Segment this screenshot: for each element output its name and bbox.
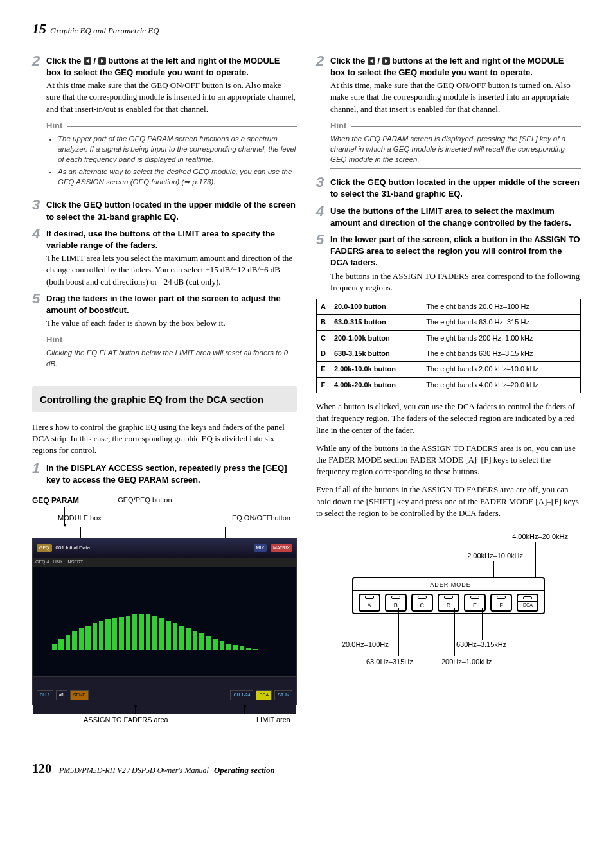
fader-key-d: D bbox=[438, 594, 459, 612]
content-columns: 2 Click the / buttons at the left and ri… bbox=[32, 55, 581, 734]
label-a: 20.0Hz–100Hz bbox=[342, 640, 389, 650]
label-e: 2.00kHz–10.0kHz bbox=[467, 551, 523, 561]
hint-text: When the GEQ PARAM screen is displayed, … bbox=[330, 134, 581, 164]
row-button: 200-1.00k button bbox=[330, 330, 422, 346]
fader-key-a: A bbox=[359, 594, 380, 612]
step-number-2: 2 bbox=[32, 54, 46, 115]
chapter-title: Graphic EQ and Parametric EQ bbox=[50, 25, 159, 37]
footer-section: Operating section bbox=[214, 765, 275, 776]
label-assign-area: ASSIGN TO FADERS area bbox=[84, 715, 168, 725]
left-step5-title: Drag the faders in the lower part of the… bbox=[46, 293, 297, 316]
row-button: 63.0-315 button bbox=[330, 315, 422, 330]
right-step2-text: At this time, make sure that the GEQ ON/… bbox=[330, 80, 581, 115]
footer-manual: PM5D/PM5D-RH V2 / DSP5D Owner's Manual bbox=[59, 765, 209, 776]
left-step-3: 3 Click the GEQ button located in the up… bbox=[32, 199, 297, 222]
table-row: D630-3.15k buttonThe eight bands 630 Hz–… bbox=[317, 346, 581, 362]
right-step-5: 5 In the lower part of the screen, click… bbox=[316, 234, 581, 294]
step-number-5: 5 bbox=[316, 233, 330, 294]
row-key: D bbox=[317, 346, 330, 362]
table-row: B63.0-315 buttonThe eight bands 63.0 Hz–… bbox=[317, 315, 581, 330]
hint-label: Hint bbox=[330, 120, 581, 132]
page-header: 15 Graphic EQ and Parametric EQ bbox=[32, 19, 581, 42]
text: Click the bbox=[46, 56, 84, 66]
right-step5-title: In the lower part of the screen, click a… bbox=[330, 234, 581, 269]
row-key: C bbox=[317, 330, 330, 346]
left-step5-text: The value of each fader is shown by the … bbox=[46, 317, 297, 329]
row-desc: The eight bands 200 Hz–1.00 kHz bbox=[422, 330, 581, 346]
text: / bbox=[91, 56, 98, 66]
label-b: 63.0Hz–315Hz bbox=[366, 657, 413, 667]
right-step2-title: Click the / buttons at the left and righ… bbox=[330, 55, 581, 78]
row-key: F bbox=[317, 377, 330, 393]
paragraph: Even if all of the buttons in the ASSIGN… bbox=[316, 484, 581, 519]
hint-label: Hint bbox=[46, 120, 297, 132]
step-number-4: 4 bbox=[316, 204, 330, 229]
left-arrow-icon bbox=[84, 57, 91, 65]
right-step-3: 3 Click the GEQ button located in the up… bbox=[316, 177, 581, 200]
fader-mode-panel: FADER MODE A B C D E F DCA bbox=[352, 577, 545, 614]
left-hint-2: Hint Clicking the EQ FLAT button below t… bbox=[46, 334, 297, 373]
fader-mode-title: FADER MODE bbox=[353, 581, 544, 589]
right-arrow-icon bbox=[382, 57, 390, 65]
paragraph: When a button is clicked, you can use th… bbox=[316, 401, 581, 436]
table-row: C200-1.00k buttonThe eight bands 200 Hz–… bbox=[317, 330, 581, 346]
row-button: 2.00k-10.0k button bbox=[330, 362, 422, 377]
row-key: B bbox=[317, 315, 330, 330]
row-key: E bbox=[317, 362, 330, 377]
paragraph: While any of the buttons in the ASSIGN T… bbox=[316, 443, 581, 478]
step-number-2: 2 bbox=[316, 54, 330, 115]
right-step4-title: Use the buttons of the LIMIT area to sel… bbox=[330, 206, 581, 229]
chapter-number: 15 bbox=[32, 19, 46, 39]
hint-label: Hint bbox=[46, 334, 297, 346]
dca-step-1: 1 In the DISPLAY ACCESS section, repeate… bbox=[32, 463, 297, 486]
fader-key-f: F bbox=[490, 594, 512, 612]
section-intro: Here's how to control the graphic EQ usi… bbox=[32, 421, 297, 457]
fader-key-b: B bbox=[385, 594, 407, 612]
row-key: A bbox=[317, 299, 330, 314]
fader-key-dca: DCA bbox=[517, 594, 538, 612]
label-limit-area: LIMIT area bbox=[256, 715, 290, 725]
step-number-3: 3 bbox=[316, 175, 330, 200]
row-desc: The eight bands 4.00 kHz–20.0 kHz bbox=[422, 377, 581, 393]
label-eq-onoff: EQ ON/OFFbutton bbox=[232, 513, 290, 523]
hint-list: The upper part of the GEQ PARAM screen f… bbox=[46, 134, 297, 187]
row-desc: The eight bands 63.0 Hz–315 Hz bbox=[422, 315, 581, 330]
row-button: 4.00k-20.0k button bbox=[330, 377, 422, 393]
left-step2-title: Click the / buttons at the left and righ… bbox=[46, 55, 297, 78]
row-button: 20.0-100 button bbox=[330, 299, 422, 314]
table-row: A20.0-100 buttonThe eight bands 20.0 Hz–… bbox=[317, 299, 581, 314]
table-row: F4.00k-20.0k buttonThe eight bands 4.00 … bbox=[317, 377, 581, 393]
fader-diagram: 4.00kHz–20.0kHz 2.00kHz–10.0kHz FADER MO… bbox=[316, 532, 581, 699]
hint-text: Clicking the EQ FLAT button below the LI… bbox=[46, 348, 297, 368]
geq-diagram: GEQ PARAM GEQ/PEQ button MODULE box EQ O… bbox=[32, 495, 297, 725]
left-step-2: 2 Click the / buttons at the left and ri… bbox=[32, 55, 297, 115]
page-number: 120 bbox=[32, 759, 51, 777]
hint-item: As an alternate way to select the desire… bbox=[58, 166, 297, 187]
step-number-5: 5 bbox=[32, 292, 46, 330]
frequency-table: A20.0-100 buttonThe eight bands 20.0 Hz–… bbox=[316, 299, 581, 393]
right-step-2: 2 Click the / buttons at the left and ri… bbox=[316, 55, 581, 115]
hint-item: The upper part of the GEQ PARAM screen f… bbox=[58, 134, 297, 164]
section-title-box: Controlling the graphic EQ from the DCA … bbox=[32, 386, 297, 412]
right-column: 2 Click the / buttons at the left and ri… bbox=[316, 55, 581, 734]
page-footer: 120 PM5D/PM5D-RH V2 / DSP5D Owner's Manu… bbox=[32, 759, 581, 777]
left-step3-title: Click the GEQ button located in the uppe… bbox=[46, 199, 297, 222]
label-f: 4.00kHz–20.0kHz bbox=[512, 532, 568, 542]
left-step2-text: At this time make sure that the GEQ ON/O… bbox=[46, 80, 297, 115]
label-d: 630Hz–3.15kHz bbox=[456, 640, 506, 650]
right-step-4: 4 Use the buttons of the LIMIT area to s… bbox=[316, 206, 581, 229]
text: / bbox=[375, 56, 382, 66]
text: Click the bbox=[330, 56, 368, 66]
right-arrow-icon bbox=[98, 57, 106, 65]
right-step3-title: Click the GEQ button located in the uppe… bbox=[330, 177, 581, 200]
geq-screenshot: GEQ 001 Initial Data MIX MATRIX GEQ 4 LI… bbox=[32, 538, 297, 705]
row-desc: The eight bands 20.0 Hz–100 Hz bbox=[422, 299, 581, 314]
left-hint-1: Hint The upper part of the GEQ PARAM scr… bbox=[46, 120, 297, 192]
row-button: 630-3.15k button bbox=[330, 346, 422, 362]
step-number-4: 4 bbox=[32, 227, 46, 288]
label-geq-param: GEQ PARAM bbox=[32, 495, 79, 506]
left-step-5: 5 Drag the faders in the lower part of t… bbox=[32, 293, 297, 330]
fader-key-e: E bbox=[464, 594, 486, 612]
step-number-1: 1 bbox=[32, 461, 46, 486]
label-c: 200Hz–1.00kHz bbox=[441, 657, 492, 667]
